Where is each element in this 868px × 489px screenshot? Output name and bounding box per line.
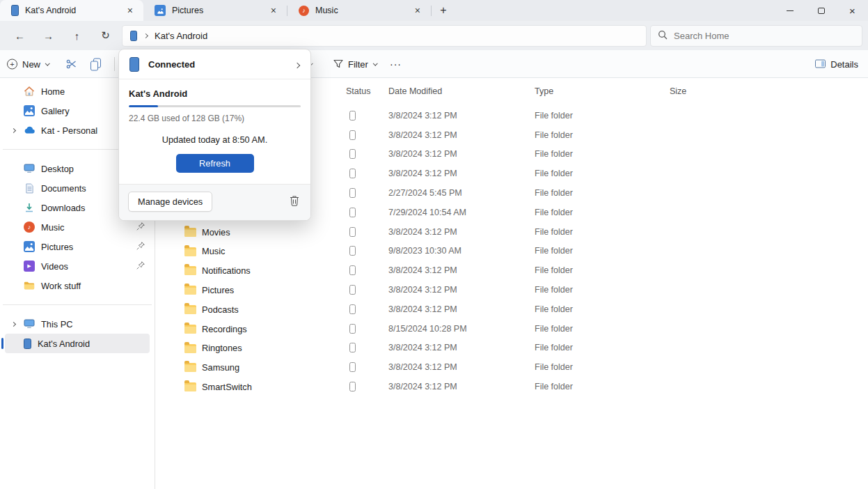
table-row[interactable]: Podcasts3/8/2024 3:12 PMFile folder — [155, 300, 868, 319]
music-icon: ♪ — [24, 222, 35, 233]
breadcrumb-device[interactable]: Kat's Android — [155, 31, 207, 41]
scissors-icon — [66, 59, 77, 70]
videos-icon: ▶ — [24, 261, 35, 272]
table-row[interactable]: SmartSwitch3/8/2024 3:12 PMFile folder — [155, 377, 868, 396]
minimize-button[interactable] — [774, 0, 805, 21]
close-window-button[interactable]: × — [837, 0, 868, 21]
sidebar-item-label: Music — [41, 222, 64, 233]
table-row[interactable]: Ringtones3/8/2024 3:12 PMFile folder — [155, 339, 868, 358]
column-header-size[interactable]: Size — [670, 82, 686, 100]
table-row[interactable]: Notifications3/8/2024 3:12 PMFile folder — [155, 261, 868, 280]
close-tab-icon[interactable]: × — [411, 4, 424, 17]
trash-icon[interactable] — [290, 195, 299, 208]
sidebar-item-this-pc[interactable]: This PC — [5, 314, 150, 334]
plus-circle-icon: + — [7, 59, 17, 69]
table-row[interactable]: Pictures3/8/2024 3:12 PMFile folder — [155, 280, 868, 300]
date-modified: 3/8/2024 3:12 PM — [388, 149, 457, 159]
sidebar-item-kats-android[interactable]: Kat's Android — [5, 334, 150, 353]
back-button[interactable]: ← — [6, 24, 34, 47]
document-icon — [24, 183, 35, 194]
folder-icon — [184, 363, 196, 372]
onedrive-cloud-icon — [24, 125, 35, 136]
file-type: File folder — [535, 362, 573, 372]
download-icon — [24, 202, 35, 213]
sidebar-item-videos[interactable]: ▶ Videos — [5, 256, 150, 276]
close-tab-icon[interactable]: × — [124, 4, 136, 17]
date-modified: 3/8/2024 3:12 PM — [388, 343, 457, 352]
forward-button[interactable]: → — [34, 24, 63, 47]
device-name: Kat's Android — [129, 88, 301, 99]
storage-text: 22.4 GB used of 128 GB (17%) — [129, 114, 301, 123]
file-name: Movies — [202, 226, 230, 237]
table-row[interactable]: Recordings8/15/2024 10:28 PMFile folder — [155, 319, 868, 339]
up-button[interactable]: ↑ — [63, 24, 91, 47]
date-modified: 7/29/2024 10:54 AM — [388, 208, 466, 217]
tab-kats-android[interactable]: Kat's Android × — [0, 0, 143, 21]
device-status-header[interactable]: Connected — [119, 49, 310, 79]
sidebar-item-label: Documents — [41, 183, 86, 194]
date-modified: 3/8/2024 3:12 PM — [388, 130, 457, 140]
device-status-flyout: Connected Kat's Android 22.4 GB used of … — [118, 49, 311, 221]
sidebar-item-pictures[interactable]: Pictures — [5, 237, 150, 256]
table-row[interactable]: Music9/8/2023 10:30 AMFile folder — [155, 242, 868, 261]
date-modified: 3/8/2024 3:12 PM — [388, 227, 457, 237]
connection-status: Connected — [148, 59, 195, 70]
sidebar-item-label: This PC — [41, 319, 73, 329]
new-tab-button[interactable]: + — [432, 0, 455, 21]
file-name: Samsung — [202, 362, 239, 373]
phone-status-icon — [349, 169, 356, 178]
phone-status-icon — [349, 362, 356, 372]
column-header-type[interactable]: Type — [535, 82, 553, 100]
details-button-label: Details — [830, 59, 858, 69]
phone-status-icon — [349, 130, 356, 140]
search-input[interactable] — [674, 31, 855, 41]
desktop-icon — [24, 163, 35, 174]
chevron-right-icon[interactable] — [295, 59, 299, 70]
chevron-right-icon[interactable] — [143, 33, 148, 38]
more-options-button[interactable]: ··· — [390, 59, 402, 70]
tab-music[interactable]: ♪ Music × — [287, 0, 431, 21]
refresh-button[interactable]: ↻ — [91, 24, 120, 47]
folder-icon — [184, 247, 196, 256]
copy-button[interactable] — [90, 58, 101, 70]
copy-icon — [90, 58, 101, 70]
filter-button[interactable]: Filter — [333, 59, 377, 69]
phone-status-icon — [349, 324, 356, 334]
chevron-down-icon — [373, 61, 378, 65]
folder-icon — [184, 286, 196, 295]
manage-devices-button[interactable]: Manage devices — [128, 192, 212, 212]
sidebar-item-work-stuff[interactable]: Work stuff — [5, 276, 150, 295]
phone-icon — [130, 31, 137, 41]
table-row[interactable]: Samsung3/8/2024 3:12 PMFile folder — [155, 357, 868, 377]
search-box[interactable] — [650, 25, 862, 47]
close-tab-icon[interactable]: × — [267, 4, 280, 17]
maximize-button[interactable] — [805, 0, 837, 21]
cut-button[interactable] — [66, 59, 77, 70]
folder-icon — [184, 305, 196, 314]
phone-status-icon — [349, 265, 356, 275]
tab-pictures[interactable]: Pictures × — [143, 0, 287, 21]
music-icon: ♪ — [299, 6, 309, 16]
table-row[interactable]: Movies3/8/2024 3:12 PMFile folder — [155, 222, 868, 242]
file-type: File folder — [535, 324, 573, 334]
refresh-device-button[interactable]: Refresh — [176, 154, 254, 173]
device-status-body: Kat's Android 22.4 GB used of 128 GB (17… — [119, 79, 310, 184]
file-type: File folder — [535, 111, 573, 121]
phone-status-icon — [349, 111, 356, 121]
column-header-status[interactable]: Status — [346, 82, 370, 100]
details-button[interactable]: Details — [815, 59, 858, 69]
new-button[interactable]: + New — [7, 59, 49, 69]
details-pane-icon — [815, 60, 826, 68]
date-modified: 2/27/2024 5:45 PM — [388, 188, 462, 198]
search-icon — [658, 30, 668, 42]
file-type: File folder — [535, 149, 573, 159]
file-type: File folder — [535, 169, 573, 178]
file-type: File folder — [535, 343, 573, 352]
this-pc-icon — [24, 318, 35, 329]
column-header-date-modified[interactable]: Date Modified — [388, 82, 442, 100]
folder-icon — [24, 280, 35, 291]
file-type: File folder — [535, 188, 573, 198]
date-modified: 3/8/2024 3:12 PM — [388, 304, 457, 314]
breadcrumb[interactable]: Kat's Android — [122, 25, 647, 47]
filter-icon — [333, 59, 343, 68]
